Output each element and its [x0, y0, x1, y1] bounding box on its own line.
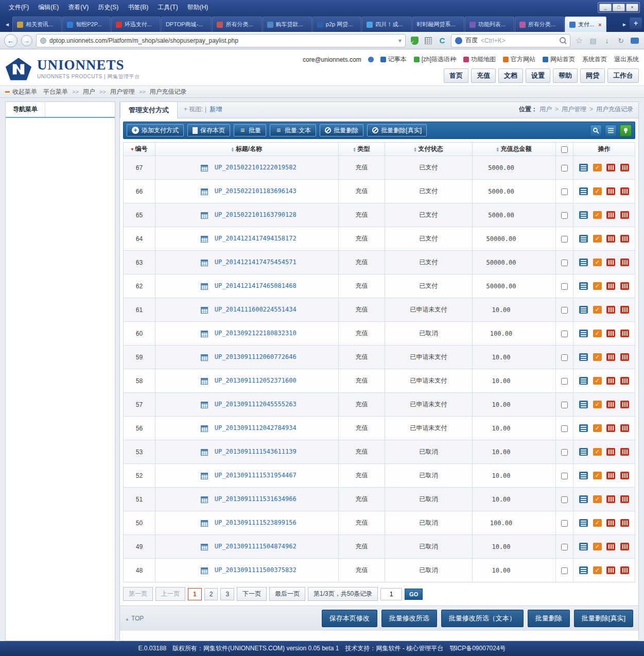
- row-checkbox[interactable]: [561, 425, 568, 432]
- bookmarks-icon[interactable]: [588, 36, 598, 46]
- delete-real-icon[interactable]: [620, 235, 629, 243]
- edit-select-icon[interactable]: [593, 495, 602, 503]
- delete-icon[interactable]: [606, 448, 615, 456]
- detail-icon[interactable]: [579, 306, 588, 314]
- delete-icon[interactable]: [606, 330, 615, 337]
- detail-icon[interactable]: [579, 472, 588, 479]
- nav-button[interactable]: 网贷: [580, 68, 605, 83]
- nav-button[interactable]: 工作台: [607, 68, 639, 83]
- security-shield-icon[interactable]: [409, 36, 420, 46]
- menu-item[interactable]: 编辑(E): [33, 2, 63, 13]
- sort-icon[interactable]: [353, 147, 355, 152]
- nav-button[interactable]: 帮助: [553, 68, 578, 83]
- menu-item[interactable]: 查看(V): [63, 2, 93, 13]
- browser-tab[interactable]: 支付... ×: [565, 16, 606, 32]
- record-title-link[interactable]: UP_2013091111500375832: [215, 566, 297, 574]
- page-number-button[interactable]: 3: [220, 588, 234, 600]
- edit-select-icon[interactable]: [593, 424, 602, 432]
- toolbar-button[interactable]: 批量删除[真实]: [367, 124, 427, 136]
- new-tab-button[interactable]: [630, 18, 642, 29]
- bottom-action-button[interactable]: 批量删除[真实]: [574, 610, 633, 627]
- row-checkbox[interactable]: [561, 520, 568, 527]
- record-title-link[interactable]: UP_2013091112042784934: [215, 424, 297, 431]
- delete-real-icon[interactable]: [620, 472, 629, 479]
- delete-icon[interactable]: [606, 543, 615, 550]
- row-checkbox[interactable]: [561, 567, 568, 574]
- header-link[interactable]: 记事本: [380, 55, 407, 64]
- edit-select-icon[interactable]: [593, 235, 602, 243]
- record-title-link[interactable]: UP_2013091111531634966: [215, 495, 297, 503]
- header-amount[interactable]: 充值总金额: [473, 143, 556, 156]
- tab-close-icon[interactable]: ×: [598, 22, 601, 28]
- toolbar-button[interactable]: 批量.文本: [270, 124, 316, 136]
- record-title-link[interactable]: UP_2013091112052371600: [215, 377, 297, 384]
- tab-scroll-right-icon[interactable]: [619, 16, 630, 32]
- go-button[interactable]: GO: [405, 589, 423, 600]
- row-checkbox[interactable]: [561, 354, 568, 361]
- browser-tab[interactable]: 智想P2P...: [62, 16, 111, 32]
- search-tool-icon[interactable]: [590, 125, 602, 136]
- breadcrumb-item[interactable]: 用户: [68, 88, 95, 96]
- delete-icon[interactable]: [606, 495, 615, 503]
- nav-button[interactable]: 首页: [444, 68, 468, 83]
- detail-icon[interactable]: [579, 282, 588, 290]
- bottom-action-button[interactable]: 批量修改所选: [381, 610, 437, 627]
- detail-icon[interactable]: [579, 187, 588, 195]
- delete-real-icon[interactable]: [620, 164, 629, 171]
- sort-icon[interactable]: [414, 147, 416, 152]
- forward-button[interactable]: [21, 35, 32, 46]
- breadcrumb-item[interactable]: 平台菜单: [43, 88, 68, 96]
- delete-real-icon[interactable]: [620, 543, 629, 550]
- tab-scroll-left-icon[interactable]: [2, 16, 12, 32]
- delete-icon[interactable]: [606, 282, 615, 290]
- toolbar-button[interactable]: 批量删除: [320, 124, 363, 136]
- delete-real-icon[interactable]: [620, 401, 629, 408]
- edit-select-icon[interactable]: [593, 543, 602, 550]
- nav-button[interactable]: 文档: [498, 68, 523, 83]
- delete-icon[interactable]: [606, 306, 615, 314]
- menu-item[interactable]: 帮助(H): [183, 2, 213, 13]
- breadcrumb-item[interactable]: 用户管理: [95, 88, 135, 96]
- browser-tab[interactable]: 功能列表...: [465, 16, 514, 32]
- edit-select-icon[interactable]: [593, 377, 602, 385]
- breadcrumb-item[interactable]: 用户充值记录: [135, 88, 187, 96]
- menu-item[interactable]: 工具(T): [153, 2, 182, 13]
- delete-real-icon[interactable]: [620, 187, 629, 195]
- browser-tab[interactable]: 环迅支付...: [111, 16, 161, 32]
- delete-real-icon[interactable]: [620, 306, 629, 314]
- search-engine-icon[interactable]: [455, 37, 462, 44]
- delete-icon[interactable]: [606, 472, 615, 479]
- search-field[interactable]: 百度 <Ctrl+K>: [451, 34, 570, 47]
- record-title-link[interactable]: UP_2013091111543611139: [215, 448, 297, 455]
- bottom-action-button[interactable]: 保存本页修改: [322, 610, 377, 627]
- edit-select-icon[interactable]: [593, 258, 602, 266]
- record-title-link[interactable]: UP_2014121417494158172: [215, 235, 297, 242]
- edit-select-icon[interactable]: [593, 306, 602, 314]
- row-checkbox[interactable]: [561, 165, 568, 171]
- chat-bubble-icon[interactable]: [630, 36, 640, 46]
- sidebar-title[interactable]: 导航菜单: [6, 102, 45, 117]
- row-checkbox[interactable]: [561, 544, 568, 550]
- header-link[interactable]: 退出系统: [614, 55, 639, 64]
- delete-icon[interactable]: [606, 187, 615, 195]
- menu-item[interactable]: 文件(F): [4, 2, 33, 13]
- detail-icon[interactable]: [579, 353, 588, 361]
- edit-select-icon[interactable]: [593, 519, 602, 527]
- record-title-link[interactable]: UP_2015022101222019582: [215, 164, 297, 171]
- delete-real-icon[interactable]: [620, 377, 629, 385]
- location-item[interactable]: 用户充值记录: [586, 105, 633, 114]
- logo[interactable]: UNIONNETS UNIONNETS PRODCUTS | 网集管理平台: [5, 53, 140, 85]
- detail-icon[interactable]: [579, 377, 588, 385]
- record-title-link[interactable]: UP_2014121417465081468: [215, 282, 297, 289]
- edit-select-icon[interactable]: [593, 566, 602, 574]
- detail-icon[interactable]: [579, 258, 588, 266]
- header-type[interactable]: 类型: [339, 143, 385, 156]
- row-checkbox[interactable]: [561, 283, 568, 290]
- last-page-button[interactable]: 最后一页: [269, 587, 305, 601]
- delete-icon[interactable]: [606, 353, 615, 361]
- panel-tab[interactable]: 管理支付方式: [120, 101, 178, 118]
- delete-real-icon[interactable]: [620, 353, 629, 361]
- browser-tab[interactable]: p2p 网贷...: [312, 16, 362, 32]
- detail-icon[interactable]: [579, 330, 588, 337]
- record-title-link[interactable]: UP_2013092122180832310: [215, 330, 297, 337]
